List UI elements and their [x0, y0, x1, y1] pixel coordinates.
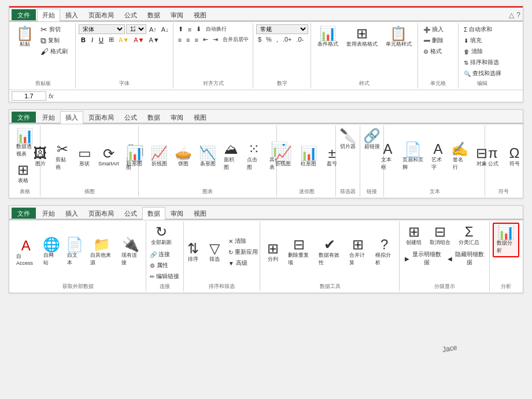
find-select-btn[interactable]: 🔍 查找和选择 [461, 68, 504, 79]
copy-button[interactable]: ⧉ 复制 [38, 35, 73, 46]
area-chart-btn[interactable]: ⛰ 面积图 [220, 140, 242, 173]
consolidate-btn[interactable]: ⊞ 合并计算 [346, 235, 371, 269]
autosum-btn[interactable]: Σ 自动求和 [461, 24, 504, 35]
collapse-icon[interactable]: △ [509, 11, 514, 19]
bold-button[interactable]: B [79, 36, 88, 44]
align-top-btn[interactable]: ⬆ [176, 24, 185, 34]
decrease-decimal-btn[interactable]: .0- [295, 35, 306, 44]
group-btn[interactable]: ⊞ 创建组 [402, 223, 425, 249]
filter-btn[interactable]: ▽ 筛选 [205, 239, 225, 265]
tab-pagelayout-1[interactable]: 页面布局 [83, 9, 119, 21]
tab-review-3[interactable]: 审阅 [165, 207, 189, 220]
what-if-btn[interactable]: ? 模拟分析 [372, 235, 397, 269]
tab-pagelayout-3[interactable]: 页面布局 [83, 207, 119, 220]
tab-view-2[interactable]: 视图 [189, 111, 212, 124]
cut-button[interactable]: ✂ 剪切 [38, 24, 73, 35]
picture-btn[interactable]: 🖼 图片 [31, 144, 51, 170]
cell-styles-btn[interactable]: 📋 单元格样式 [382, 24, 415, 50]
tab-data-3[interactable]: 数据 [142, 207, 165, 220]
tab-home-3[interactable]: 开始 [37, 207, 60, 220]
hide-detail-btn[interactable]: ◀ 隐藏明细数据 [445, 249, 487, 268]
tab-insert-2[interactable]: 插入 [60, 111, 83, 124]
currency-btn[interactable]: $ [256, 35, 263, 44]
font-effects-btn[interactable]: A▼ [147, 35, 161, 45]
insert-btn[interactable]: ➕ 插入 [421, 24, 456, 35]
sort-filter-btn[interactable]: ⇅ 排序和筛选 [461, 57, 504, 68]
fill-btn[interactable]: ⬇ 填充 [461, 35, 504, 46]
font-size-select[interactable]: 12 [126, 24, 146, 34]
clear-btn[interactable]: 🗑 清除 [461, 46, 504, 57]
remove-dup-btn[interactable]: ⊟ 删除重复项 [285, 235, 314, 269]
conditional-format-btn[interactable]: 📊 条件格式 [314, 24, 342, 50]
smartart-btn[interactable]: ⟳ SmartArt [96, 145, 121, 169]
indent-increase-btn[interactable]: ⇥ [211, 35, 220, 45]
access-btn[interactable]: A 自Access [13, 237, 39, 268]
signature-btn[interactable]: ✍ 签名行 [449, 140, 470, 173]
tab-insert-3[interactable]: 插入 [60, 207, 83, 220]
show-detail-btn[interactable]: ▶ 显示明细数据 [402, 249, 444, 268]
paste-button[interactable]: 📋 粘贴 [13, 24, 37, 50]
tab-insert-1[interactable]: 插入 [60, 9, 83, 21]
tab-data-2[interactable]: 数据 [142, 111, 165, 124]
align-right-btn[interactable]: ≡ [193, 35, 200, 45]
connections-btn[interactable]: 🔗 连接 [147, 249, 182, 260]
bar-chart-btn[interactable]: 📉 条形图 [196, 144, 219, 170]
tab-file-2[interactable]: 文件 [12, 112, 36, 124]
number-format-select[interactable]: 常规 [256, 24, 308, 34]
ungroup-btn[interactable]: ⊟ 取消组合 [426, 223, 454, 249]
format-btn[interactable]: ⚙ 格式 [421, 46, 456, 57]
merge-center-btn[interactable]: 合并后居中 [221, 35, 250, 45]
wrap-text-btn[interactable]: 自动换行 [204, 24, 228, 34]
shapes-btn[interactable]: ▭ 形状 [75, 144, 95, 170]
font-color-btn[interactable]: A▼ [132, 35, 146, 45]
subtotal-btn[interactable]: Σ 分类汇总 [455, 223, 483, 249]
format-painter-button[interactable]: 🖌 格式刷 [38, 46, 73, 57]
tab-view-1[interactable]: 视图 [189, 9, 212, 21]
fill-color-btn[interactable]: A▼ [117, 35, 131, 45]
align-center-btn[interactable]: ≡ [184, 35, 191, 45]
edit-links-btn[interactable]: ✏ 编辑链接 [147, 271, 182, 282]
underline-button[interactable]: U [97, 36, 106, 44]
spark-line-btn[interactable]: 📈 折线图 [271, 144, 295, 170]
clipart-btn[interactable]: ✂ 剪贴画 [52, 140, 73, 173]
tab-view-3[interactable]: 视图 [189, 207, 212, 220]
tab-review-1[interactable]: 审阅 [165, 9, 189, 21]
align-bottom-btn[interactable]: ⬇ [194, 24, 203, 34]
comma-btn[interactable]: , [275, 35, 280, 44]
textbox-btn[interactable]: A 文本框 [378, 140, 398, 173]
tab-formula-2[interactable]: 公式 [119, 111, 142, 124]
tab-formula-1[interactable]: 公式 [119, 9, 142, 21]
web-btn[interactable]: 🌐 自网站 [40, 235, 62, 269]
increase-font-btn[interactable]: A↑ [147, 25, 158, 34]
symbol-btn[interactable]: Ω 符号 [504, 144, 524, 170]
tab-home-1[interactable]: 开始 [37, 9, 60, 21]
pie-chart-btn[interactable]: 🥧 饼图 [172, 144, 195, 170]
percent-btn[interactable]: % [264, 35, 274, 44]
data-analysis-btn[interactable]: 📊 数据分析 [493, 223, 519, 257]
decrease-font-btn[interactable]: A↓ [160, 25, 171, 34]
sort-btn[interactable]: ⇅ 排序 [183, 239, 204, 265]
scatter-chart-btn[interactable]: ⁙ 点击图 [243, 140, 265, 173]
advanced-btn[interactable]: ▼ 高级 [226, 258, 261, 268]
line-chart-btn[interactable]: 📈 折线图 [147, 144, 171, 170]
refresh-all-btn[interactable]: ↻ 全部刷新 [147, 223, 175, 249]
data-validation-btn[interactable]: ✔ 数据有效性 [315, 235, 345, 269]
existing-conn-btn[interactable]: 🔌 现有连接 [118, 235, 143, 269]
tab-file-3[interactable]: 文件 [12, 208, 36, 220]
tab-formula-3[interactable]: 公式 [119, 207, 142, 220]
align-middle-btn[interactable]: ≡ [186, 25, 193, 34]
indent-decrease-btn[interactable]: ⇤ [201, 35, 210, 45]
reapply-btn[interactable]: ↻ 重新应用 [226, 247, 261, 257]
border-btn[interactable]: ⊞ [107, 35, 116, 45]
properties-btn[interactable]: ⚙ 属性 [147, 260, 182, 271]
tab-home-2[interactable]: 开始 [37, 111, 60, 124]
header-footer-btn[interactable]: 📄 页眉和页脚 [399, 140, 427, 173]
cell-reference-input[interactable] [12, 91, 46, 101]
table-btn[interactable]: ⊞ 表格 [13, 161, 33, 187]
tab-file-1[interactable]: 文件 [12, 9, 36, 21]
tab-review-2[interactable]: 审阅 [165, 111, 189, 124]
other-sources-btn[interactable]: 📁 自其他来源 [87, 235, 117, 269]
increase-decimal-btn[interactable]: .0+ [281, 35, 294, 44]
equation-btn[interactable]: π 公式 [483, 144, 503, 170]
spark-col-btn[interactable]: 📊 柱形图 [297, 144, 321, 170]
